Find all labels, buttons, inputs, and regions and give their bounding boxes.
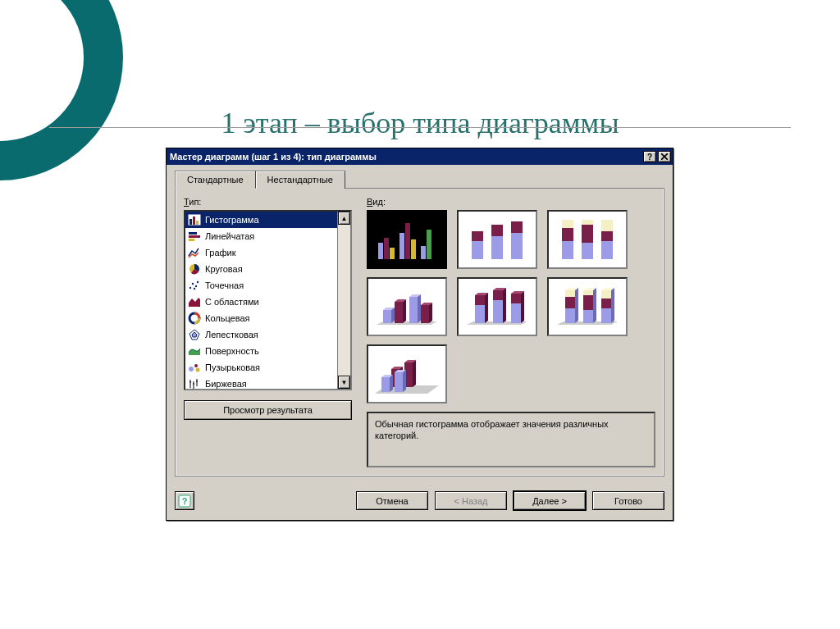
back-button[interactable]: < Назад [435, 491, 507, 510]
svg-rect-29 [399, 233, 404, 259]
subtype-stacked-column[interactable] [457, 210, 537, 269]
svg-rect-39 [511, 233, 523, 259]
stock-chart-icon [187, 377, 202, 389]
subtype-3d-column[interactable] [367, 344, 447, 403]
chart-type-listbox[interactable]: Гистограмма Линейчатая Г [184, 210, 352, 390]
donut-chart-icon [187, 312, 202, 325]
svg-point-8 [189, 287, 191, 289]
svg-rect-62 [421, 305, 429, 323]
svg-marker-64 [429, 303, 432, 323]
svg-marker-103 [413, 360, 416, 387]
preview-result-button[interactable]: Просмотр результата [184, 400, 352, 420]
list-item[interactable]: Биржевая [185, 376, 337, 389]
listbox-scrollbar[interactable]: ▲ ▼ [337, 212, 350, 389]
titlebar: Мастер диаграмм (шаг 1 из 4): тип диагра… [167, 148, 673, 165]
list-item[interactable]: С областями [185, 294, 337, 310]
next-button[interactable]: Далее > [514, 491, 586, 510]
svg-marker-95 [611, 288, 614, 323]
subtype-3d-100-stacked-column[interactable] [547, 277, 628, 336]
svg-rect-107 [395, 372, 403, 392]
list-item[interactable]: График [185, 244, 337, 261]
svg-point-17 [189, 367, 194, 371]
svg-rect-37 [491, 236, 503, 259]
finish-button[interactable]: Готово [592, 491, 664, 510]
svg-marker-58 [403, 299, 406, 323]
subtype-3d-clustered-column[interactable] [367, 277, 447, 336]
radar-chart-icon [187, 328, 202, 341]
svg-rect-53 [383, 310, 391, 323]
svg-marker-74 [503, 288, 506, 323]
svg-rect-87 [583, 290, 593, 295]
svg-marker-61 [418, 294, 421, 323]
subtype-description: Обычная гистограмма отображает значения … [367, 412, 655, 467]
svg-point-18 [194, 364, 198, 367]
svg-point-10 [195, 285, 197, 287]
svg-rect-36 [472, 231, 483, 241]
svg-rect-26 [378, 243, 383, 259]
svg-point-9 [192, 283, 194, 285]
hbar-chart-icon [187, 230, 202, 243]
svg-rect-76 [511, 294, 521, 303]
svg-marker-13 [189, 298, 200, 307]
tabstrip: Стандартные Нестандартные [175, 170, 664, 189]
list-item-label: Линейчатая [205, 231, 254, 241]
svg-rect-43 [562, 220, 573, 228]
list-item[interactable]: Поверхность [185, 343, 337, 359]
list-item-label: С областями [205, 297, 259, 307]
tab-custom[interactable]: Нестандартные [255, 171, 345, 189]
svg-point-12 [194, 288, 195, 289]
scroll-track[interactable] [338, 225, 350, 376]
list-item[interactable]: Лепестковая [185, 326, 337, 343]
svg-marker-109 [403, 370, 406, 392]
svg-rect-35 [472, 241, 483, 259]
scroll-down-button[interactable]: ▼ [338, 376, 350, 389]
subtype-3d-stacked-column[interactable] [457, 277, 537, 336]
slide-title: 1 этап – выбор типа диаграммы [0, 106, 840, 140]
svg-rect-93 [601, 299, 611, 308]
scroll-up-button[interactable]: ▲ [338, 212, 350, 225]
svg-rect-67 [475, 305, 485, 323]
svg-rect-59 [409, 297, 418, 323]
list-item[interactable]: Круговая [185, 261, 337, 277]
list-item-label: Пузырьковая [205, 362, 260, 372]
svg-rect-27 [384, 238, 389, 259]
svg-rect-1 [189, 219, 192, 225]
list-item[interactable]: Пузырьковая [185, 359, 337, 376]
list-item-label: Биржевая [205, 379, 247, 389]
list-item[interactable]: Линейчатая [185, 228, 337, 244]
svg-rect-33 [427, 230, 431, 259]
bar-chart-icon [187, 213, 202, 226]
list-item-label: График [205, 248, 236, 258]
svg-rect-75 [511, 303, 521, 323]
subtype-100-stacked-column[interactable] [547, 210, 628, 269]
svg-rect-6 [189, 239, 194, 241]
dialog-body: Стандартные Нестандартные Тип: Гистограм… [167, 165, 673, 485]
list-item[interactable]: Гистограмма [185, 212, 337, 228]
svg-rect-44 [562, 228, 573, 241]
cancel-button[interactable]: Отмена [356, 491, 428, 510]
subtype-clustered-column[interactable] [367, 210, 447, 269]
svg-rect-83 [565, 297, 575, 308]
close-titlebar-button[interactable] [658, 151, 671, 162]
type-label: Тип: [184, 197, 352, 207]
svg-marker-78 [521, 291, 524, 323]
svg-marker-90 [593, 288, 596, 323]
svg-rect-71 [493, 300, 503, 323]
subtype-label: Вид: [367, 197, 655, 207]
svg-rect-104 [381, 377, 390, 392]
svg-text:?: ? [182, 496, 188, 506]
list-item-label: Лепестковая [205, 330, 258, 340]
help-titlebar-button[interactable]: ? [643, 151, 656, 162]
list-item-label: Точечная [205, 280, 244, 290]
svg-marker-55 [391, 308, 395, 323]
list-item[interactable]: Точечная [185, 277, 337, 294]
svg-point-19 [196, 368, 200, 372]
svg-rect-32 [421, 246, 426, 259]
pie-chart-icon [187, 262, 202, 276]
tab-standard[interactable]: Стандартные [175, 171, 256, 189]
list-item-label: Кольцевая [205, 313, 250, 323]
svg-rect-56 [395, 302, 403, 323]
help-button[interactable]: ? [175, 491, 194, 510]
list-item[interactable]: Кольцевая [185, 310, 337, 326]
svg-rect-92 [601, 290, 611, 299]
